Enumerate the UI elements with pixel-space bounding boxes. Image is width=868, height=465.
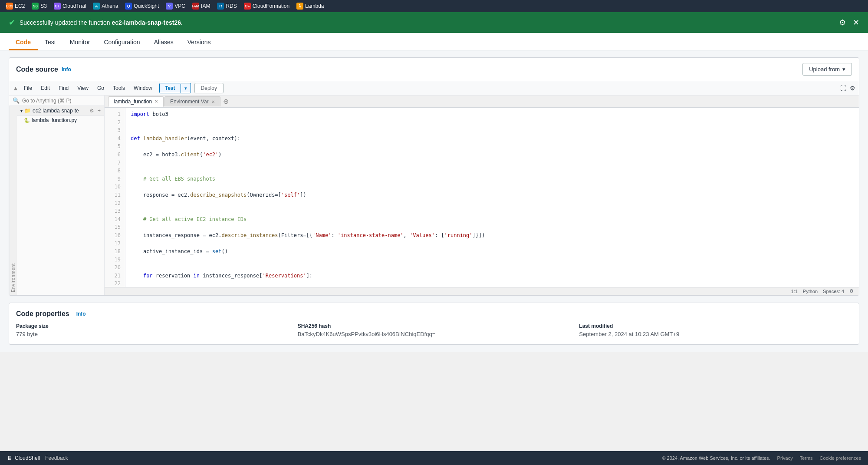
file-tree: 🔍 Environment ▾ 📁 ec2-lambda-snap-te ⚙ + xyxy=(9,96,105,295)
file-menu[interactable]: File xyxy=(20,84,36,92)
search-input[interactable] xyxy=(22,98,101,104)
expand-icon[interactable]: ⛶ xyxy=(840,85,846,92)
tab-test[interactable]: Test xyxy=(38,35,63,50)
nav-rds-label: RDS xyxy=(226,3,237,9)
last-modified-prop: Last modified September 2, 2024 at 10:23… xyxy=(579,323,852,337)
root-folder-name: ec2-lambda-snap-te xyxy=(33,108,88,114)
package-size-prop: Package size 779 byte xyxy=(16,323,289,337)
nav-ec2[interactable]: EC2 EC2 xyxy=(3,2,27,10)
terminal-icon: 🖥 xyxy=(7,455,12,461)
cloudtrail-badge: CT xyxy=(54,3,61,10)
lambda-badge: λ xyxy=(296,3,303,10)
s3-badge: S3 xyxy=(32,3,39,10)
privacy-link[interactable]: Privacy xyxy=(777,455,793,461)
tab-versions[interactable]: Versions xyxy=(181,35,218,50)
environment-side-label: Environment xyxy=(9,106,17,295)
collapse-tree-icon[interactable]: ▾ xyxy=(20,109,23,113)
nav-athena-label: Athena xyxy=(102,3,118,9)
code-props-info-link[interactable]: Info xyxy=(76,311,86,317)
tab-code[interactable]: Code xyxy=(9,35,38,50)
more-options-icon[interactable]: + xyxy=(98,108,101,114)
props-grid: Package size 779 byte SHA256 hash BaTcky… xyxy=(16,323,852,337)
code-tab-lambda[interactable]: lambda_function ✕ xyxy=(108,96,164,107)
window-menu[interactable]: Window xyxy=(130,84,156,92)
package-size-label: Package size xyxy=(16,323,289,329)
nav-lambda[interactable]: λ Lambda xyxy=(294,2,326,10)
tree-header: ▾ 📁 ec2-lambda-snap-te ⚙ + xyxy=(17,106,104,116)
editor-area: 🔍 Environment ▾ 📁 ec2-lambda-snap-te ⚙ + xyxy=(9,96,859,295)
nav-cloudtrail-label: CloudTrail xyxy=(62,3,86,9)
iam-badge: IAM xyxy=(192,3,199,10)
file-name: lambda_function.py xyxy=(32,117,77,123)
test-button[interactable]: Test xyxy=(160,83,181,93)
go-menu[interactable]: Go xyxy=(94,84,108,92)
upload-from-button[interactable]: Upload from ▾ xyxy=(802,63,852,76)
sha256-label: SHA256 hash xyxy=(298,323,571,329)
code-tab-env-label: Environment Var xyxy=(170,99,208,105)
find-menu[interactable]: Find xyxy=(55,84,72,92)
nav-quicksight[interactable]: Q QuickSight xyxy=(122,2,161,10)
tab-configuration[interactable]: Configuration xyxy=(97,35,147,50)
code-tab-lambda-label: lambda_function xyxy=(114,99,152,105)
close-tab-env-icon[interactable]: ✕ xyxy=(211,99,215,104)
code-editor: lambda_function ✕ Environment Var ✕ ⊕ 12… xyxy=(105,96,859,295)
vpc-badge: V xyxy=(166,3,173,10)
nav-athena[interactable]: A Athena xyxy=(90,2,121,10)
code-source-card: Code source Info Upload from ▾ ▲ File Ed… xyxy=(9,57,859,296)
view-menu[interactable]: View xyxy=(74,84,92,92)
close-tab-lambda-icon[interactable]: ✕ xyxy=(155,99,158,104)
code-text[interactable]: import boto3 def lambda_handler(event, c… xyxy=(125,108,859,287)
spaces-indicator: Spaces: 4 xyxy=(823,289,844,294)
code-tab-env[interactable]: Environment Var ✕ xyxy=(164,96,220,106)
card-header: Code source Info Upload from ▾ xyxy=(9,58,859,81)
nav-rds[interactable]: R RDS xyxy=(214,2,239,10)
tools-menu[interactable]: Tools xyxy=(109,84,128,92)
status-gear-icon[interactable]: ⚙ xyxy=(849,288,854,294)
success-banner: ✔ Successfully updated the function ec2-… xyxy=(0,12,868,33)
nav-vpc-label: VPC xyxy=(174,3,185,9)
last-modified-label: Last modified xyxy=(579,323,852,329)
tab-monitor[interactable]: Monitor xyxy=(63,35,97,50)
success-message: Successfully updated the function ec2-la… xyxy=(20,19,183,26)
nav-cloudtrail[interactable]: CT CloudTrail xyxy=(51,2,89,10)
nav-cloudformation[interactable]: CF CloudFormation xyxy=(241,2,292,10)
nav-iam[interactable]: IAM IAM xyxy=(190,2,213,10)
feedback-button[interactable]: Feedback xyxy=(45,455,68,461)
settings-gear-icon[interactable]: ⚙ xyxy=(89,108,94,114)
terms-link[interactable]: Terms xyxy=(800,455,813,461)
upload-label: Upload from xyxy=(809,66,840,73)
main-content: Code source Info Upload from ▾ ▲ File Ed… xyxy=(0,50,868,352)
deploy-button[interactable]: Deploy xyxy=(194,83,224,93)
nav-vpc[interactable]: V VPC xyxy=(163,2,188,10)
nav-quicksight-label: QuickSight xyxy=(134,3,159,9)
editor-settings-icon[interactable]: ⚙ xyxy=(850,85,855,92)
top-navigation: EC2 EC2 S3 S3 CT CloudTrail A Athena Q Q… xyxy=(0,0,868,12)
card-title: Code source Info xyxy=(16,66,71,73)
test-dropdown-button[interactable]: ▾ xyxy=(181,84,191,93)
package-size-value: 779 byte xyxy=(16,331,289,337)
nav-iam-label: IAM xyxy=(201,3,210,9)
sha256-prop: SHA256 hash BaTckyDk4K6uWSpsPPvtkv3oi6Hs… xyxy=(298,323,571,337)
code-content: 12345 678910 1112131415 1617181920 21222… xyxy=(105,108,859,287)
add-tab-button[interactable]: ⊕ xyxy=(221,96,230,107)
code-source-title: Code source xyxy=(16,66,58,73)
settings-icon[interactable]: ⚙ xyxy=(839,18,846,27)
cookie-link[interactable]: Cookie preferences xyxy=(820,455,861,461)
info-link[interactable]: Info xyxy=(62,66,71,73)
athena-badge: A xyxy=(93,3,100,10)
collapse-icon[interactable]: ▲ xyxy=(13,85,19,92)
root-folder-icon: 📁 xyxy=(24,108,31,114)
tree-file-lambda[interactable]: 🐍 lambda_function.py xyxy=(17,116,104,125)
check-icon: ✔ xyxy=(9,18,15,27)
edit-menu[interactable]: Edit xyxy=(37,84,53,92)
nav-s3-label: S3 xyxy=(40,3,47,9)
close-banner-button[interactable]: ✕ xyxy=(853,18,859,27)
test-button-group: Test ▾ xyxy=(159,83,191,93)
nav-s3[interactable]: S3 S3 xyxy=(29,2,49,10)
tab-aliases[interactable]: Aliases xyxy=(147,35,181,50)
quicksight-badge: Q xyxy=(125,3,132,10)
cloudshell-button[interactable]: 🖥 CloudShell xyxy=(7,455,40,461)
status-bar: 1:1 Python Spaces: 4 ⚙ xyxy=(105,287,859,295)
footer-right: © 2024, Amazon Web Services, Inc. or its… xyxy=(662,455,861,461)
rds-badge: R xyxy=(217,3,224,10)
